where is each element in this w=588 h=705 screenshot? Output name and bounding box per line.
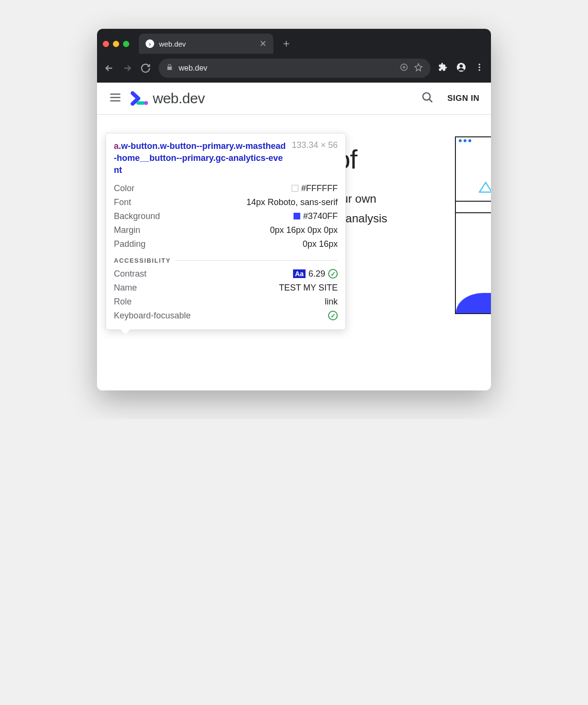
- signin-link[interactable]: SIGN IN: [447, 94, 479, 103]
- logo-mark-icon: [130, 91, 149, 106]
- color-swatch-icon: [294, 213, 300, 219]
- window-controls: [103, 41, 129, 47]
- style-row-margin: Margin 0px 16px 0px 0px: [114, 223, 338, 237]
- close-tab-button[interactable]: ✕: [259, 38, 267, 49]
- tab-title: web.dev: [159, 40, 255, 48]
- menu-icon[interactable]: [475, 62, 484, 74]
- minimize-window-button[interactable]: [113, 41, 119, 47]
- color-swatch-icon: [292, 185, 298, 192]
- svg-point-5: [478, 69, 480, 71]
- a11y-row-name: Name TEST MY SITE: [114, 281, 338, 295]
- browser-toolbar: web.dev: [97, 54, 491, 83]
- search-button[interactable]: [421, 91, 434, 106]
- star-icon[interactable]: [414, 63, 423, 73]
- new-tab-button[interactable]: +: [278, 37, 294, 50]
- contrast-badge: Aa: [293, 269, 306, 278]
- toolbar-actions: [438, 62, 484, 74]
- element-selector: a.w-button.w-button--primary.w-masthead-…: [114, 140, 286, 177]
- extensions-icon[interactable]: [438, 62, 448, 74]
- profile-icon[interactable]: [456, 62, 466, 74]
- style-row-font: Font 14px Roboto, sans-serif: [114, 195, 338, 209]
- a11y-row-contrast: Contrast Aa 6.29 ✓: [114, 267, 338, 281]
- devtools-inspector-tooltip: a.w-button.w-button--primary.w-masthead-…: [106, 133, 346, 330]
- lock-icon: [166, 63, 173, 73]
- hero-section: a.w-button.w-button--primary.w-masthead-…: [97, 115, 491, 352]
- check-icon: ✓: [328, 269, 338, 279]
- url-text: web.dev: [179, 64, 394, 73]
- hamburger-menu-button[interactable]: [109, 91, 122, 106]
- tab-bar: › web.dev ✕ +: [97, 29, 491, 54]
- svg-point-2: [460, 64, 463, 68]
- style-row-background: Background #3740FF: [114, 209, 338, 223]
- style-row-color: Color #FFFFFF: [114, 182, 338, 195]
- reload-button[interactable]: [140, 63, 151, 73]
- maximize-window-button[interactable]: [123, 41, 129, 47]
- forward-button[interactable]: [122, 63, 133, 73]
- address-bar[interactable]: web.dev: [159, 59, 430, 78]
- browser-chrome: › web.dev ✕ + web.dev: [97, 29, 491, 83]
- svg-point-7: [144, 101, 148, 105]
- svg-point-8: [423, 93, 430, 100]
- logo-text: web.dev: [153, 90, 205, 107]
- add-to-bookmarks-icon[interactable]: [400, 63, 408, 73]
- svg-point-3: [478, 64, 480, 65]
- close-window-button[interactable]: [103, 41, 109, 47]
- element-dimensions: 133.34 × 56: [292, 140, 338, 177]
- site-header: web.dev SIGN IN: [97, 83, 491, 115]
- accessibility-section-header: ACCESSIBILITY: [114, 257, 338, 264]
- favicon-icon: ›: [146, 39, 154, 48]
- a11y-row-keyboard: Keyboard-focusable ✓: [114, 309, 338, 323]
- page-content: web.dev SIGN IN a.w-button.w-button--pri…: [97, 83, 491, 390]
- hero-illustration: [455, 136, 491, 314]
- browser-tab[interactable]: › web.dev ✕: [139, 34, 273, 54]
- footer-band: [97, 352, 491, 390]
- a11y-row-role: Role link: [114, 295, 338, 309]
- site-logo[interactable]: web.dev: [130, 90, 205, 107]
- back-button[interactable]: [104, 63, 114, 73]
- style-row-padding: Padding 0px 16px: [114, 237, 338, 251]
- check-icon: ✓: [328, 311, 338, 320]
- browser-window: › web.dev ✕ + web.dev: [97, 29, 491, 390]
- svg-point-4: [478, 66, 480, 68]
- svg-rect-6: [136, 101, 145, 105]
